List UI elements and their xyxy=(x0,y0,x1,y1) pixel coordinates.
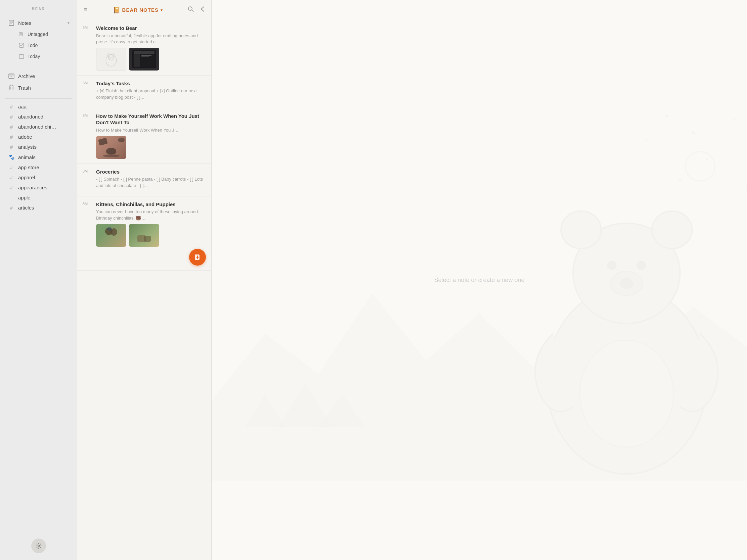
note-list-header: ≡ 📔 BEAR NOTES ▾ xyxy=(77,0,211,20)
trash-icon xyxy=(8,84,15,91)
paw-icon: 🐾 xyxy=(8,154,15,160)
svg-point-39 xyxy=(580,340,673,447)
hash-icon: # xyxy=(8,104,15,109)
archive-section: Archive Trash xyxy=(0,70,77,96)
notes-chevron-icon: ▾ xyxy=(68,21,70,25)
note-item-tasks[interactable]: 6M Today's Tasks + [x] Finish that clien… xyxy=(77,76,211,108)
today-label: Today xyxy=(28,54,40,59)
sidebar-item-trash[interactable]: Trash xyxy=(3,82,74,93)
tag-label: animals xyxy=(18,155,35,160)
svg-point-43 xyxy=(732,118,735,121)
sidebar-tag-analysts[interactable]: # analysts xyxy=(3,142,74,152)
sidebar-item-todo[interactable]: Todo xyxy=(3,40,74,51)
app-title: BEAR xyxy=(0,7,77,11)
back-icon[interactable] xyxy=(199,5,206,15)
sidebar-tag-articles[interactable]: # articles xyxy=(3,203,74,213)
hash-icon: # xyxy=(8,114,15,119)
hash-icon: # xyxy=(8,134,15,140)
svg-rect-15 xyxy=(10,86,13,90)
note-thumb-animals2 xyxy=(129,224,159,247)
svg-point-21 xyxy=(106,55,117,66)
note-age: 8M xyxy=(83,169,93,173)
svg-point-34 xyxy=(652,211,692,249)
svg-point-33 xyxy=(561,211,601,249)
note-images xyxy=(96,136,206,159)
note-thumb-animals1 xyxy=(96,224,126,247)
svg-rect-4 xyxy=(19,32,23,36)
note-age: 8M xyxy=(83,202,93,206)
new-note-button[interactable] xyxy=(189,249,206,266)
svg-point-26 xyxy=(109,57,110,58)
note-preview: - [ ] Spinach - [ ] Penne pasta - [ ] Ba… xyxy=(96,176,206,188)
hash-icon: # xyxy=(8,205,15,211)
notes-section: Notes ▾ Untagged Todo xyxy=(0,17,77,64)
sidebar-tag-apparel[interactable]: # apparel xyxy=(3,172,74,182)
tag-label: apparel xyxy=(18,175,35,180)
header-emoji: 📔 xyxy=(113,6,120,14)
note-title: How to Make Yourself Work When You Just … xyxy=(96,113,206,126)
tag-label: abandoned xyxy=(18,114,43,119)
note-thumb-bear xyxy=(96,48,126,71)
note-list: ≡ 📔 BEAR NOTES ▾ 3M Welcome to Bear Bear… xyxy=(77,0,212,560)
sidebar-tag-appearances[interactable]: # appearances xyxy=(3,183,74,192)
note-header: 8M Kittens, Chinchillas, and Puppies xyxy=(83,201,206,208)
notes-label: Notes xyxy=(18,20,64,26)
todo-label: Todo xyxy=(28,43,37,48)
hash-icon: # xyxy=(8,175,15,180)
tag-label: aaa xyxy=(18,104,27,109)
menu-icon[interactable]: ≡ xyxy=(83,5,89,15)
note-item-animals[interactable]: 8M Kittens, Chinchillas, and Puppies You… xyxy=(77,196,211,271)
svg-point-25 xyxy=(109,57,112,59)
header-title: BEAR NOTES xyxy=(122,7,158,13)
note-item-work[interactable]: 8M How to Make Yourself Work When You Ju… xyxy=(77,108,211,164)
note-preview: + [x] Finish that client proposal + [x] … xyxy=(96,88,206,100)
note-preview: Bear is a beautiful, flexible app for cr… xyxy=(96,33,206,45)
sidebar-tag-apple[interactable]: apple xyxy=(3,193,74,203)
sidebar-item-archive[interactable]: Archive xyxy=(3,70,74,82)
note-title: Welcome to Bear xyxy=(96,25,137,31)
note-images xyxy=(96,48,206,71)
sidebar-item-notes[interactable]: Notes ▾ xyxy=(3,17,74,29)
sidebar-tag-aaa[interactable]: # aaa xyxy=(3,102,74,111)
tag-label: app store xyxy=(18,164,39,170)
tag-label: apple xyxy=(18,195,31,201)
note-thumb-cat xyxy=(96,136,126,159)
svg-point-46 xyxy=(646,139,648,141)
sidebar-tag-animals[interactable]: 🐾 animals xyxy=(3,152,74,162)
note-age: 3M xyxy=(83,26,93,30)
sidebar-tag-abandoned[interactable]: # abandoned xyxy=(3,112,74,122)
bear-illustration xyxy=(212,0,747,560)
note-item-groceries[interactable]: 8M Groceries - [ ] Spinach - [ ] Penne p… xyxy=(77,164,211,196)
note-age: 6M xyxy=(83,81,93,85)
svg-point-38 xyxy=(620,278,633,289)
note-item-welcome[interactable]: 3M Welcome to Bear Bear is a beautiful, … xyxy=(77,20,211,76)
svg-point-35 xyxy=(607,261,617,270)
settings-button[interactable] xyxy=(31,538,46,553)
sidebar-tag-adobe[interactable]: # adobe xyxy=(3,132,74,142)
svg-point-27 xyxy=(112,57,113,58)
svg-point-36 xyxy=(637,261,646,270)
notes-icon xyxy=(8,20,15,26)
svg-point-45 xyxy=(665,115,668,117)
note-header: 6M Today's Tasks xyxy=(83,80,206,87)
sidebar-item-today[interactable]: Today xyxy=(3,51,74,62)
untagged-icon xyxy=(18,31,25,37)
note-age: 8M xyxy=(83,113,93,117)
sidebar-divider-1 xyxy=(5,67,72,67)
search-icon[interactable] xyxy=(186,5,195,15)
header-chevron-icon[interactable]: ▾ xyxy=(160,8,162,12)
svg-point-40 xyxy=(692,131,695,135)
tag-label: analysts xyxy=(18,144,36,150)
svg-point-42 xyxy=(679,178,681,181)
sidebar-tag-app-store[interactable]: # app store xyxy=(3,162,74,172)
svg-line-20 xyxy=(192,10,194,12)
hash-icon: # xyxy=(8,164,15,170)
tag-label: articles xyxy=(18,205,34,211)
note-list-scroll: 3M Welcome to Bear Bear is a beautiful, … xyxy=(77,20,211,560)
sidebar-item-untagged[interactable]: Untagged xyxy=(3,29,74,39)
sidebar-bottom xyxy=(0,535,77,557)
sidebar-tag-abandoned-chi[interactable]: # abandoned chi… xyxy=(3,122,74,132)
todo-icon xyxy=(18,42,25,49)
note-preview: How to Make Yourself Work When You J… xyxy=(96,127,206,133)
tag-label: appearances xyxy=(18,185,47,190)
